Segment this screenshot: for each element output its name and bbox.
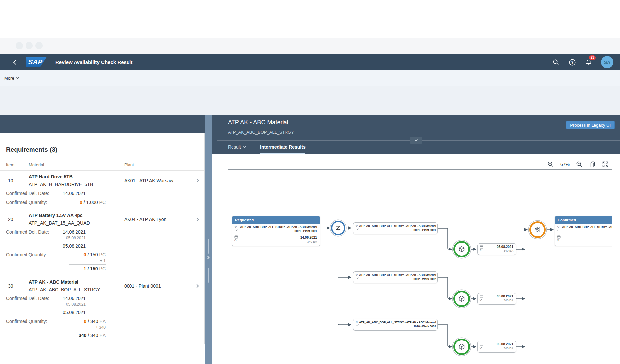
node-quantity: 340 EA (239, 240, 317, 244)
more-menu[interactable]: More (4, 76, 14, 81)
zoom-out-icon[interactable] (576, 161, 583, 168)
material-name: ATP Battery 1.5V AA 4pc (29, 213, 124, 218)
node-line2: 1010 - Werk 0002 (359, 324, 436, 328)
chart-icon (557, 229, 561, 232)
confirmed-quantity: 0 / 150 PC (49, 252, 106, 257)
header-collapse-button[interactable] (410, 137, 422, 144)
row-navigation-chevron[interactable] (190, 213, 204, 226)
confirmed-del-date: 14.06.2021 (49, 229, 86, 235)
confirmed-quantity: 0 / 1.000 PC (80, 200, 106, 205)
notifications-bell-icon[interactable]: 23 (585, 59, 592, 66)
calendar-icon (557, 235, 561, 239)
material-name: ATP AK - ABC Material (29, 279, 124, 285)
confirmed-del-date-label: Confirmed Del. Date: (6, 296, 49, 315)
avatar[interactable]: SA (601, 56, 613, 68)
history-icon: ↻ (557, 225, 560, 229)
ghost-dot (16, 42, 23, 49)
row-navigation-chevron[interactable] (190, 279, 204, 292)
expand-panel-chevron-icon[interactable] (206, 256, 210, 259)
sap-logo-text: SAP (28, 58, 43, 66)
product-cube-icon (458, 343, 465, 350)
graph-toolbar: 67% (547, 161, 609, 168)
sap-logo[interactable]: SAP (26, 57, 47, 67)
panel-splitter[interactable] (205, 115, 212, 364)
calendar-icon (480, 295, 483, 298)
final-quantity: 340 / 340 EA (49, 333, 106, 338)
graph-node-stock-check-2[interactable] (453, 291, 470, 307)
node-date: 05.08.2021 (485, 245, 513, 249)
node-quantity: 340 EA (485, 298, 513, 302)
confirmed-quantity: 0 / 340 EA (49, 319, 106, 324)
requirement-row-20[interactable]: 20 ATP Battery 1.5V AA 4pc ATP_AK_BAT_15… (0, 209, 204, 276)
tab-intermediate-results[interactable]: Intermediate Results (260, 144, 306, 150)
requirement-row-10[interactable]: 10 ATP Hard Drive 5TB ATP_AK_H_HARDDRIVE… (0, 171, 204, 209)
refresh-icon: ⟳ (234, 239, 237, 242)
requirements-title: Requirements (3) (0, 133, 204, 153)
calendar-icon (480, 245, 483, 249)
zoom-in-icon[interactable] (547, 161, 554, 168)
offset-date: 05.08.2021 (49, 302, 86, 307)
graph-node-werk-0002-1010[interactable]: ↻ ATP_AK_ABC_BOP_ALL_STRGY - ATP AK - AB… (353, 319, 438, 331)
chart-icon (355, 277, 359, 280)
shell-bar: SAP Review Availability Check Result ? 2… (0, 54, 620, 70)
node-line1: ATP_AK_ABC_BOP_ALL_STRGY - ATP AK - ABC … (359, 273, 436, 277)
node-header: Confirmed (555, 216, 612, 224)
requirements-table-header: Item Material Plant (0, 159, 204, 171)
node-date: 05.08.2021 (485, 342, 513, 346)
sum-rule (69, 264, 106, 265)
plant-value: AK04 - ATP AK Lyon (124, 213, 190, 226)
chart-icon (234, 229, 238, 232)
material-code: ATP_AK_ABC_BOP_ALL_STRGY (29, 287, 124, 292)
graph-node-date-2[interactable]: ⟳ 05.08.2021 340 EA (477, 293, 516, 305)
requirement-row-30[interactable]: 30 ATP AK - ABC Material ATP_AK_ABC_BOP_… (0, 276, 204, 342)
graph-node-date-3[interactable]: ⟳ 05.08.2021 340 EA (477, 341, 516, 353)
graph-node-aggregation[interactable] (529, 221, 546, 238)
search-icon[interactable] (552, 59, 560, 66)
ghost-dot (26, 42, 33, 49)
node-line2: 0001 - Plant 0001 (239, 229, 317, 233)
process-in-legacy-ui-button[interactable]: Process in Legacy UI (566, 121, 615, 129)
graph-node-date-1[interactable]: ⟳ 05.08.2021 340 EA (477, 243, 516, 255)
help-icon[interactable]: ? (569, 59, 576, 66)
row-navigation-chevron[interactable] (190, 174, 204, 187)
graph-viewport[interactable]: Requested ↻ ⟳ ATP_AK_ABC_BOP_ALL_STRGY -… (228, 169, 612, 364)
graph-node-confirmed[interactable]: Confirmed ↻ ⟳ ATP_AK_ABC_BOP_ALL_STRGY -… (555, 216, 612, 246)
graph-node-requested[interactable]: Requested ↻ ⟳ ATP_AK_ABC_BOP_ALL_STRGY -… (232, 216, 320, 246)
node-quantity: 340 EA (485, 249, 513, 253)
back-button[interactable] (14, 61, 17, 64)
node-line1: ATP_AK_ABC_BOP_ALL_STRGY - ATP AK - ABC … (359, 224, 436, 228)
chevron-down-icon (16, 76, 19, 79)
final-quantity: 1 / 150 PC (49, 266, 106, 271)
header-spacer (0, 86, 620, 115)
node-date: 14.06.2021 (239, 236, 317, 240)
plant-value: 0001 - Plant 0001 (124, 279, 190, 292)
confirmed-del-date-label: Confirmed Del. Date: (6, 229, 49, 249)
confirmed-del-date: 14.06.2021 (49, 296, 86, 301)
material-code: ATP_AK_H_HARDDRIVE_5TB (29, 182, 124, 187)
refresh-icon: ⟳ (480, 298, 482, 302)
refresh-icon: ⟳ (557, 239, 560, 242)
svg-text:?: ? (571, 60, 574, 64)
graph-node-plant-0001[interactable]: ↻ ATP_AK_ABC_BOP_ALL_STRGY - ATP AK - AB… (353, 222, 438, 234)
chevron-left-icon (13, 60, 18, 64)
calendar-icon (234, 235, 238, 239)
copy-graph-icon[interactable] (589, 161, 596, 168)
chart-icon (355, 324, 359, 328)
quantity-delta: + 340 (49, 325, 106, 330)
fullscreen-icon[interactable] (602, 161, 609, 168)
node-quantity: 340 EA (485, 346, 513, 350)
ghost-dot (35, 42, 43, 49)
calendar-icon (480, 342, 483, 346)
material-code: ATP_AK_BAT_15_AA_QUAD (29, 220, 124, 226)
tab-result[interactable]: Result (228, 144, 246, 150)
column-item: Item (0, 162, 29, 167)
refresh-icon: ⟳ (480, 346, 482, 350)
splitter-grip (208, 239, 209, 254)
graph-node-werk-0002[interactable]: ↻ ATP_AK_ABC_BOP_ALL_STRGY - ATP AK - AB… (353, 271, 438, 283)
graph-node-stock-check-3[interactable] (453, 339, 470, 355)
z-arrow-icon (335, 224, 342, 232)
graph-node-stock-check-1[interactable] (453, 241, 470, 257)
node-header: Requested (232, 216, 320, 224)
zoom-level: 67% (560, 162, 570, 167)
graph-node-lead-time[interactable] (331, 221, 345, 235)
